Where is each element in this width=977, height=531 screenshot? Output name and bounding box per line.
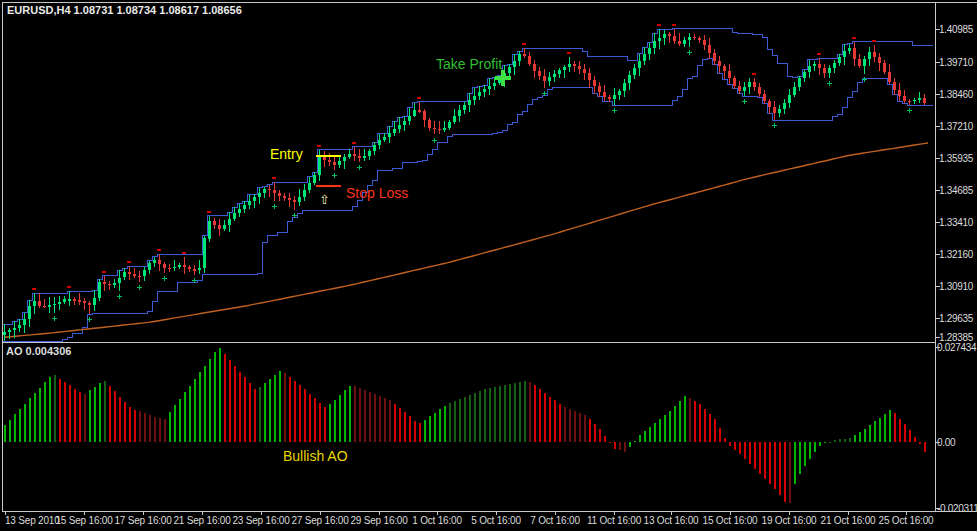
- chart-canvas[interactable]: [0, 0, 977, 531]
- ao-histogram-bar: [349, 386, 351, 442]
- candle-body: [383, 137, 386, 141]
- candle-body: [303, 190, 306, 197]
- candle-body: [263, 189, 266, 193]
- ao-histogram-bar: [659, 419, 661, 442]
- ao-histogram-bar: [474, 393, 476, 442]
- ao-histogram-bar: [759, 442, 761, 474]
- candle-wick: [344, 154, 345, 168]
- ao-histogram-bar: [729, 442, 731, 446]
- candle-body: [738, 86, 741, 91]
- ao-histogram-bar: [169, 412, 171, 442]
- ao-histogram-bar: [49, 377, 51, 442]
- top-border: [2, 2, 977, 3]
- fractal-low-marker: [119, 294, 120, 299]
- candle-body: [28, 306, 31, 320]
- candle-body: [438, 129, 441, 131]
- candle-body: [813, 64, 816, 66]
- candle-body: [478, 92, 481, 96]
- candle-wick: [679, 33, 680, 46]
- fractal-high-marker: [352, 142, 356, 144]
- candle-body: [108, 284, 111, 286]
- candle-body: [368, 151, 371, 157]
- candle-body: [588, 73, 591, 80]
- ao-histogram-bar: [489, 388, 491, 442]
- stop-loss-line: [316, 185, 341, 187]
- ao-histogram-bar: [909, 430, 911, 442]
- candle-body: [688, 37, 691, 40]
- ao-histogram-bar: [184, 392, 186, 442]
- candle-body: [903, 96, 906, 101]
- ao-histogram-bar: [784, 442, 786, 502]
- fractal-low-marker: [194, 278, 195, 283]
- ao-histogram-bar: [24, 404, 26, 442]
- fractal-high-marker: [567, 52, 571, 54]
- candle-body: [13, 328, 16, 330]
- candle-body: [748, 82, 751, 87]
- fractal-high-marker: [67, 286, 71, 288]
- ao-histogram-bar: [704, 409, 706, 442]
- ao-histogram-bar: [774, 442, 776, 489]
- fractal-low-marker: [689, 50, 690, 55]
- time-axis-label: 1 Oct 16:00: [412, 515, 462, 527]
- ao-histogram-bar: [589, 419, 591, 442]
- ao-histogram-bar: [544, 393, 546, 442]
- ao-histogram-bar: [244, 377, 246, 442]
- ao-histogram-bar: [194, 379, 196, 442]
- ao-histogram-bar: [419, 423, 421, 442]
- candle-body: [823, 68, 826, 72]
- candle-body: [853, 48, 856, 59]
- candle-wick: [444, 121, 445, 132]
- candle-body: [733, 78, 736, 86]
- ao-histogram-bar: [764, 442, 766, 479]
- ao-histogram-bar: [54, 375, 56, 442]
- price-axis-label: 1.40985: [939, 24, 977, 35]
- candle-body: [98, 282, 101, 298]
- ao-histogram-bar: [484, 389, 486, 442]
- ao-histogram-bar: [754, 442, 756, 469]
- pane-separator: [2, 342, 935, 343]
- candle-body: [33, 301, 36, 306]
- ao-histogram-bar: [354, 386, 356, 442]
- ao-histogram-bar: [684, 396, 686, 442]
- fractal-high-marker: [32, 288, 36, 290]
- ao-histogram-bar: [519, 382, 521, 442]
- ao-axis-label: 0.00: [937, 437, 977, 448]
- candle-body: [23, 319, 26, 325]
- candle-body: [718, 61, 721, 66]
- ao-histogram-bar: [874, 421, 876, 442]
- candle-body: [633, 68, 636, 75]
- candle-body: [668, 34, 671, 36]
- candle-body: [843, 51, 846, 57]
- ao-histogram-bar: [674, 406, 676, 442]
- ao-histogram-bar: [904, 424, 906, 442]
- ao-histogram-bar: [914, 437, 916, 442]
- ao-histogram-bar: [494, 387, 496, 442]
- ao-histogram-bar: [459, 399, 461, 442]
- candle-body: [273, 190, 276, 193]
- candle-body: [703, 40, 706, 45]
- candle-body: [348, 154, 351, 157]
- take-profit-cross-icon: [501, 70, 505, 86]
- candle-body: [138, 276, 141, 278]
- candle-body: [513, 61, 516, 67]
- ao-histogram-bar: [229, 360, 231, 442]
- time-axis-label: 29 Sep 16:00: [350, 515, 407, 527]
- candle-body: [713, 53, 716, 61]
- candle-body: [308, 183, 311, 190]
- ao-histogram-bar: [374, 394, 376, 442]
- candle-wick: [134, 268, 135, 278]
- candle-body: [808, 66, 811, 72]
- ao-histogram-bar: [809, 442, 811, 459]
- fractal-low-marker: [89, 317, 90, 322]
- fractal-high-marker: [817, 53, 821, 55]
- ao-histogram-bar: [239, 372, 241, 443]
- time-axis-separator: [2, 511, 977, 512]
- ao-histogram-bar: [149, 415, 151, 442]
- candle-body: [463, 105, 466, 110]
- candle-body: [888, 72, 891, 82]
- ao-histogram-bar: [264, 383, 266, 442]
- ao-histogram-bar: [444, 406, 446, 442]
- ao-histogram-bar: [114, 391, 116, 442]
- candle-body: [483, 89, 486, 93]
- candle-body: [168, 268, 171, 270]
